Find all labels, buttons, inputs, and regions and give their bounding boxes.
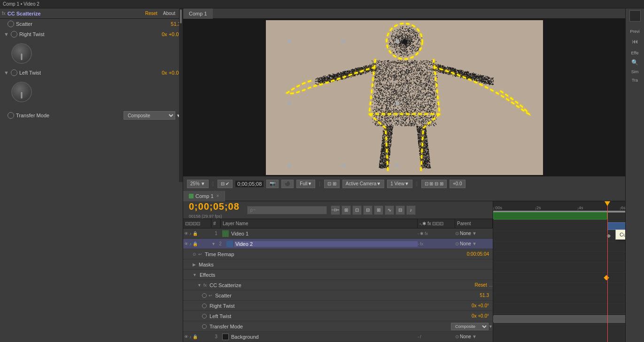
window-title: Comp 1 • Video 2 [3, 1, 39, 7]
layer3-eye-icon[interactable]: 👁 [184, 334, 188, 339]
layer-row-background: 👁 ♪ 🔒 3 Background - / ⊙ [183, 332, 493, 342]
layer3-parent-value[interactable]: None [460, 334, 471, 339]
masks-expand-icon[interactable]: ▶ [193, 262, 196, 267]
layer1-parent-arrow[interactable]: ▼ [472, 231, 477, 236]
layer3-name[interactable]: Background [230, 334, 418, 340]
timeline-tab-label: Comp 1 [195, 193, 214, 199]
scatter-stopwatch-icon [8, 21, 14, 27]
timeremap-stopwatch: ⊙ [193, 252, 196, 257]
righttwist-value-tl[interactable]: 0x +0.0° [472, 303, 489, 308]
layer2-motion-switch[interactable]: - [418, 242, 419, 246]
layer-header: ⊡⊡⊡⊡ # Layer Name -.✱ fx ⊡⊡⊡ Parent [183, 219, 493, 228]
camera-icon-btn[interactable]: 📷 [266, 180, 279, 188]
timeremap-value: 0:00:05:04 [467, 251, 489, 257]
skip-back-btn[interactable]: ⏮ [632, 38, 638, 45]
layer1-motion-switch[interactable]: - [418, 231, 419, 236]
layer3-lock-icon[interactable]: 🔒 [193, 334, 198, 339]
search-input[interactable] [247, 206, 327, 214]
layer3-slash[interactable]: / [420, 334, 421, 339]
camera-view-btn[interactable]: Active Camera ▼ [342, 180, 384, 188]
sync-btn[interactable]: ⊞ [374, 205, 383, 215]
masks-label: Masks [198, 262, 493, 267]
layer2-fx-switch[interactable]: fx [420, 242, 423, 246]
preview-tab[interactable]: Comp 1 [183, 8, 213, 19]
layer2-eye-icon[interactable]: 👁 [184, 242, 188, 246]
graph-btn[interactable]: ∿ [385, 205, 394, 215]
ruler-label-2s: 2s [536, 205, 541, 210]
current-time-indicator[interactable] [607, 201, 608, 342]
layer2-parent-value[interactable]: None [460, 241, 471, 246]
zoom-control[interactable]: 25% ▼ [187, 180, 209, 188]
quality-control[interactable]: Full ▼ [296, 180, 315, 188]
layer2-audio-icon[interactable]: ♪ [189, 242, 192, 246]
motion-blur-btn[interactable]: ⊡ [352, 205, 362, 215]
comp-options-btn[interactable]: ⊟ ✔ [217, 180, 233, 188]
preview-image [266, 20, 543, 175]
layer2-collapse-icon[interactable]: ▼ [211, 242, 216, 246]
color-btn[interactable]: ⚫ [281, 180, 294, 188]
right-twist-label: Right Twist [19, 31, 158, 37]
layer1-parent-value[interactable]: None [460, 231, 471, 236]
effect-title: CC Scatterize [8, 11, 141, 16]
split-layer-btn[interactable]: ⊣⊢ [331, 205, 340, 215]
layer3-motion-switch[interactable]: - [418, 334, 419, 339]
layer1-parent: ⊙ None ▼ [455, 231, 493, 236]
layer2-name[interactable]: Video 2 [234, 241, 418, 247]
render-btn[interactable]: ⊡ ⊞ ⊟ ⊞ [421, 180, 447, 188]
left-twist-value[interactable]: 0x +0.0° [162, 70, 181, 76]
about-button[interactable]: About [163, 11, 175, 16]
cti-flag-container[interactable] [605, 201, 610, 206]
render-btn2[interactable]: ⊟ [396, 205, 405, 215]
current-timecode[interactable]: 0;00;05;08 [185, 201, 243, 214]
markers-btn[interactable]: ⊞ [341, 205, 351, 215]
track-row-scatter [493, 273, 625, 283]
cti-tooltip: Current Time Indicator [615, 229, 625, 240]
offset-btn[interactable]: +0.0 [450, 180, 466, 188]
layer1-fx-switch[interactable]: fx [425, 231, 428, 236]
layer1-name[interactable]: Video 1 [230, 231, 418, 236]
tab-close-btn[interactable]: × [217, 193, 219, 198]
timeremap-icon: ↩ [198, 252, 202, 257]
left-twist-knob[interactable] [11, 82, 32, 102]
effect-search-btn[interactable]: 🔍 [631, 59, 638, 66]
transfermode-select-tl[interactable]: Composite [451, 323, 489, 330]
effects-expand-icon[interactable]: ▼ [193, 273, 197, 277]
layer2-lock-icon[interactable]: 🔒 [193, 242, 198, 246]
lefttwist-value-tl[interactable]: 0x +0.0° [472, 313, 489, 319]
layer2-expand[interactable]: ▼ [211, 242, 216, 246]
lefttwist-stopwatch [202, 314, 207, 319]
scatter-value-tl[interactable]: 51.3 [480, 293, 489, 298]
far-right-panel: Previ ⏮ Effe 🔍 Sim Tra [625, 8, 644, 342]
right-twist-value[interactable]: 0x +0.0° [162, 31, 181, 37]
reset-button[interactable]: Reset [145, 11, 157, 16]
layer-row-ccscatterize: ▼ fx CC Scatterize Reset ... [183, 280, 493, 290]
effects-panel: fx CC Scatterize Reset About ▐ Scatter 5… [0, 8, 183, 342]
layer3-parent-arrow[interactable]: ▼ [472, 334, 477, 339]
right-twist-knob[interactable] [11, 43, 32, 64]
scrollbar[interactable] [179, 8, 183, 182]
layer3-audio-icon[interactable]: ♪ [189, 334, 192, 339]
transfer-mode-select[interactable]: Composite Add Screen [124, 111, 175, 120]
right-twist-collapse-icon[interactable]: ▼ [4, 31, 9, 37]
view-options-btn[interactable]: ⊡ ⊞ [324, 180, 340, 188]
track-row-effects [493, 252, 625, 262]
left-twist-knob-row [0, 78, 183, 106]
view-count-btn[interactable]: 1 View ▼ [387, 180, 412, 188]
preview-label: Previ [630, 29, 640, 34]
3d-btn[interactable]: ⊟ [363, 205, 372, 215]
timeline-tab-bar: Comp 1 × [183, 191, 625, 201]
ccscatterize-expand-icon[interactable]: ▼ [197, 283, 202, 288]
timeline-tab[interactable]: Comp 1 × [183, 191, 225, 201]
audio-btn[interactable]: ♪ [406, 205, 416, 215]
ccscatterize-reset[interactable]: Reset [475, 282, 487, 288]
layer1-lock-icon[interactable]: 🔒 [193, 231, 198, 236]
camera-arrow: ▼ [376, 181, 381, 186]
layer1-audio-icon[interactable]: ♪ [189, 231, 192, 236]
layer1-star-switch[interactable]: ✱ [420, 231, 424, 236]
preview-tab-label: Comp 1 [189, 11, 207, 16]
effect-label: Effe [631, 51, 639, 55]
preview-controls: 25% ▼ | ⊟ ✔ 0;00;05;08 📷 ⚫ Full ▼ | ⊡ ⊞ … [183, 176, 625, 191]
layer1-eye-icon[interactable]: 👁 [184, 231, 188, 236]
left-twist-collapse-icon[interactable]: ▼ [4, 70, 9, 76]
layer2-parent-arrow[interactable]: ▼ [472, 241, 477, 246]
